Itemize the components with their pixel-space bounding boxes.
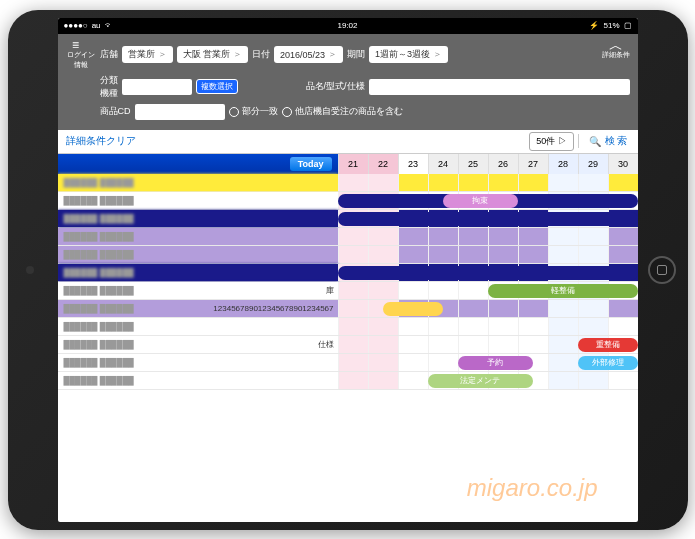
search-icon: 🔍 bbox=[589, 136, 601, 147]
product-name-label: 品名/型式/仕様 bbox=[306, 80, 365, 93]
day-header[interactable]: 24 bbox=[428, 154, 458, 174]
schedule-bar[interactable]: 予約 bbox=[458, 356, 533, 370]
grid-row[interactable]: ██████ ██████仕様重整備 bbox=[58, 336, 638, 354]
day-header[interactable]: 25 bbox=[458, 154, 488, 174]
grid-row[interactable]: ██████ ██████123456789012345678901234567 bbox=[58, 300, 638, 318]
grid-row[interactable]: ██████ ██████ bbox=[58, 228, 638, 246]
filter-panel: ︿ 詳細条件 ≡ ログイン情報 店舗 営業所＞ 大阪 営業所＞ 日付 2016/… bbox=[58, 34, 638, 130]
include-other-radio[interactable]: 他店機自受注の商品を含む bbox=[282, 105, 403, 118]
grid-row[interactable]: ██████ ██████ bbox=[58, 318, 638, 336]
product-cd-label: 商品CD bbox=[100, 105, 131, 118]
schedule-bar[interactable] bbox=[338, 266, 638, 280]
grid-row[interactable]: ██████ ██████法定メンテ bbox=[58, 372, 638, 390]
schedule-bar[interactable]: 法定メンテ bbox=[428, 374, 533, 388]
store-branch-select[interactable]: 営業所＞ bbox=[122, 46, 173, 63]
product-name-input[interactable] bbox=[369, 79, 630, 95]
grid-row[interactable]: ██████ ██████庫軽整備 bbox=[58, 282, 638, 300]
count-button[interactable]: 50件 ▷ bbox=[529, 132, 574, 151]
day-header[interactable]: 26 bbox=[488, 154, 518, 174]
watermark: migaro.co.jp bbox=[467, 474, 598, 502]
grid-row[interactable]: ██████ ██████ bbox=[58, 174, 638, 192]
class-input[interactable] bbox=[122, 79, 192, 95]
period-select[interactable]: 1週前～3週後＞ bbox=[369, 46, 448, 63]
grid-row[interactable]: ██████ ██████ bbox=[58, 264, 638, 282]
day-header[interactable]: 29 bbox=[578, 154, 608, 174]
schedule-bar[interactable] bbox=[338, 212, 638, 226]
date-label: 日付 bbox=[252, 48, 270, 61]
multi-select-button[interactable]: 複数選択 bbox=[196, 79, 238, 94]
grid-row[interactable]: ██████ ██████予約外部修理 bbox=[58, 354, 638, 372]
day-header[interactable]: 27 bbox=[518, 154, 548, 174]
period-label: 期間 bbox=[347, 48, 365, 61]
day-header[interactable]: 23 bbox=[398, 154, 428, 174]
schedule-bar[interactable] bbox=[383, 302, 443, 316]
chevron-up-icon: ︿ bbox=[602, 40, 630, 50]
search-button[interactable]: 🔍検 索 bbox=[578, 134, 638, 148]
schedule-bar[interactable]: 拘束 bbox=[443, 194, 518, 208]
day-header[interactable]: 21 bbox=[338, 154, 368, 174]
home-button[interactable] bbox=[648, 256, 676, 284]
class-label: 分類機種 bbox=[100, 74, 118, 100]
day-header[interactable]: 22 bbox=[368, 154, 398, 174]
menu-button[interactable]: ≡ ログイン情報 bbox=[66, 40, 96, 70]
status-bar: ●●●●○auᯤ 19:02 ⚡51%▢ bbox=[58, 18, 638, 34]
schedule-grid: Today 21222324252627282930 ██████ ██████… bbox=[58, 154, 638, 522]
action-bar: 詳細条件クリア 50件 ▷ 🔍検 索 bbox=[58, 130, 638, 154]
schedule-bar[interactable]: 軽整備 bbox=[488, 284, 638, 298]
product-cd-input[interactable] bbox=[135, 104, 225, 120]
today-button[interactable]: Today bbox=[290, 157, 332, 171]
hamburger-icon: ≡ bbox=[66, 40, 86, 50]
grid-row[interactable]: ██████ ██████ bbox=[58, 246, 638, 264]
day-header[interactable]: 28 bbox=[548, 154, 578, 174]
schedule-bar[interactable]: 外部修理 bbox=[578, 356, 638, 370]
store-city-select[interactable]: 大阪 営業所＞ bbox=[177, 46, 249, 63]
grid-row[interactable]: ██████ ██████拘束 bbox=[58, 192, 638, 210]
partial-match-radio[interactable]: 部分一致 bbox=[229, 105, 278, 118]
schedule-bar[interactable]: 重整備 bbox=[578, 338, 638, 352]
clear-button[interactable]: 詳細条件クリア bbox=[58, 134, 144, 148]
expand-toggle[interactable]: ︿ 詳細条件 bbox=[602, 40, 630, 60]
store-label: 店舗 bbox=[100, 48, 118, 61]
day-header[interactable]: 30 bbox=[608, 154, 638, 174]
date-select[interactable]: 2016/05/23＞ bbox=[274, 46, 343, 63]
grid-row[interactable]: ██████ ██████ bbox=[58, 210, 638, 228]
